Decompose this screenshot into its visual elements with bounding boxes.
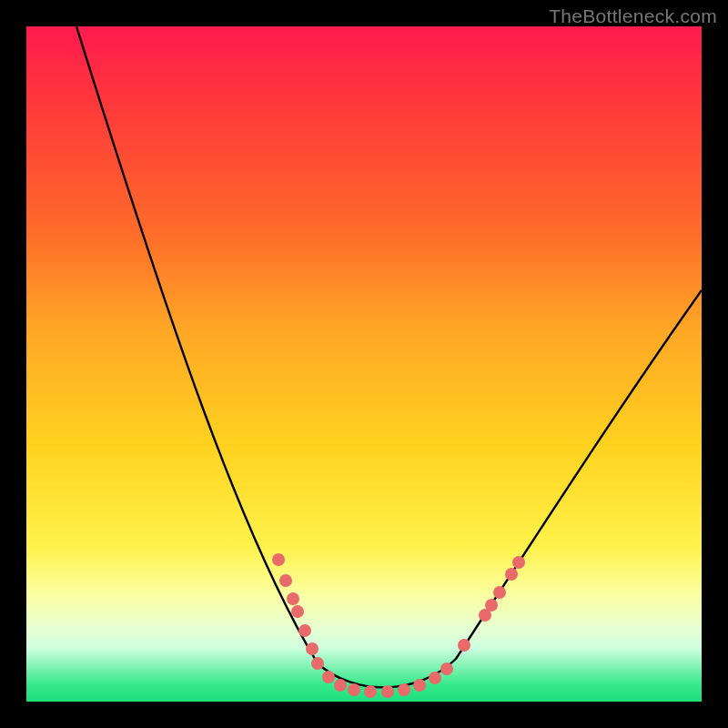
highlight-bead [287,592,299,605]
highlight-bead [429,672,441,684]
chart-plot-area [26,26,702,702]
highlight-bead [485,599,498,612]
highlight-bead [272,553,285,566]
highlight-bead [334,679,347,692]
highlight-bead [413,679,426,692]
highlight-bead [348,683,360,696]
highlight-bead [479,609,491,622]
highlight-bead [398,683,410,696]
highlight-bead [322,671,335,683]
highlight-bead [306,642,318,655]
highlight-bead [512,556,525,569]
highlight-bead [493,586,506,599]
highlight-beads-group [272,553,525,698]
watermark-text: TheBottleneck.com [549,5,717,27]
highlight-bead [505,568,518,581]
highlight-bead [440,662,453,675]
highlight-bead [381,685,394,698]
chart-svg [26,26,702,702]
highlight-bead [298,624,311,637]
highlight-bead [458,639,470,652]
highlight-bead [364,685,377,698]
highlight-bead [311,657,324,670]
highlight-bead [291,605,304,618]
highlight-bead [279,574,292,587]
bottleneck-curve [76,26,702,687]
